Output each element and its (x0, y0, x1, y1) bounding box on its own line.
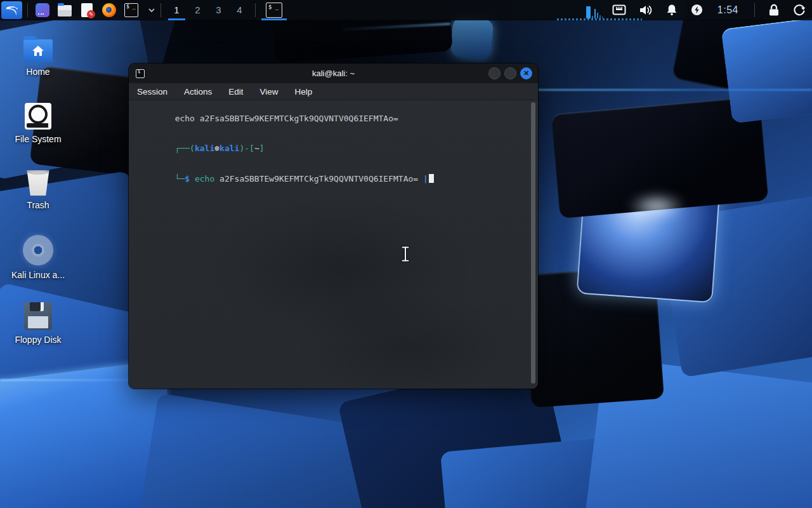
kali-menu-button[interactable] (1, 1, 22, 19)
system-load-graph[interactable] (586, 2, 603, 18)
terminal-content[interactable]: echo a2FsaSBBTEw9KEFMTCkgTk9QQVNTV0Q6IEF… (129, 100, 538, 389)
window-buttons: ✕ (488, 67, 532, 79)
home-folder-icon (23, 39, 53, 62)
terminal-task-icon (266, 3, 282, 18)
desktop-icon-label: Trash (27, 200, 49, 210)
desktop-icon-label: Floppy Disk (15, 335, 61, 345)
desktop-icon-floppy-disk[interactable]: Floppy Disk (5, 302, 71, 345)
prompt-user-host-separator: ⊛ (214, 144, 219, 153)
typed-argument: a2FsaSBBTEw9KEFMTCkgTk9QQVNTV0Q6IEFMTAo= (219, 174, 423, 184)
terminal-scrollbar[interactable] (531, 102, 535, 384)
workspace-2[interactable]: 2 (187, 0, 208, 20)
panel-separator (27, 3, 28, 17)
floppy-disk-icon (24, 302, 52, 330)
menu-actions[interactable]: Actions (184, 87, 212, 97)
desktop-icon-kali-cd[interactable]: Kali Linux a... (5, 235, 71, 280)
load-bar (599, 15, 601, 18)
prompt-user: kali (195, 144, 214, 153)
workspace-switcher: 1 2 3 4 (166, 0, 250, 20)
power-manager-icon[interactable] (691, 4, 703, 16)
typed-command: echo (195, 174, 219, 184)
window-titlebar[interactable]: kali@kali: ~ ✕ (129, 64, 538, 83)
load-bar (597, 13, 598, 18)
prompt-frame-bottom: └─ (175, 174, 185, 184)
maximize-button[interactable] (504, 67, 516, 79)
home-glyph-icon (31, 44, 45, 57)
prompt-host: kali (219, 144, 239, 153)
terminal-window: kali@kali: ~ ✕ Session Actions Edit View… (129, 64, 538, 389)
desktop-icon-label: Kali Linux a... (11, 270, 65, 280)
panel-separator (255, 3, 256, 17)
typed-pipe: | (423, 174, 428, 184)
desktop-icon-trash[interactable]: Trash (5, 169, 71, 210)
chevron-down-icon[interactable] (148, 8, 155, 13)
load-bar (586, 6, 591, 18)
terminal-cursor (429, 174, 434, 183)
wallpaper-glow (628, 194, 685, 219)
logout-icon[interactable] (793, 4, 806, 17)
terminal-launcher-icon[interactable] (124, 3, 138, 17)
minimize-button[interactable] (488, 67, 501, 79)
menu-session[interactable]: Session (137, 87, 167, 97)
text-editor-launcher-icon[interactable] (81, 3, 93, 17)
desktop-icon-label: File System (15, 134, 61, 144)
scrollback-text: echo a2FsaSBBTEw9KEFMTCkgTk9QQVNTV0Q6IEF… (175, 114, 398, 123)
panel-separator (754, 3, 755, 17)
workspace-4[interactable]: 4 (229, 0, 250, 20)
notifications-bell-icon[interactable] (666, 4, 678, 16)
network-icon[interactable] (612, 4, 626, 15)
prompt-line-bottom: └─$ echo a2FsaSBBTEw9KEFMTCkgTk9QQVNTV0Q… (135, 164, 538, 194)
cd-disc-icon (23, 235, 53, 265)
wallpaper-cube (450, 16, 494, 60)
desktop-icon-label: Home (26, 67, 49, 77)
dashboard-launcher-icon[interactable] (36, 3, 49, 17)
prompt-cwd: ~ (254, 144, 259, 153)
launcher-group (36, 3, 155, 17)
wallpaper-fine-print (557, 18, 642, 20)
window-title: kali@kali: ~ (129, 69, 538, 78)
taskbar-terminal-window[interactable] (261, 0, 287, 20)
window-menubar: Session Actions Edit View Help (129, 83, 538, 100)
desktop: 1 2 3 4 (0, 0, 812, 508)
ibeam-mouse-cursor (400, 245, 411, 265)
trash-bin-icon (26, 169, 50, 196)
panel-separator (160, 3, 161, 17)
top-panel: 1 2 3 4 (0, 0, 812, 20)
wallpaper-cube (721, 16, 812, 124)
close-button[interactable]: ✕ (520, 67, 532, 79)
menu-help[interactable]: Help (295, 87, 313, 97)
workspace-3[interactable]: 3 (208, 0, 229, 20)
menu-edit[interactable]: Edit (228, 87, 243, 97)
prompt-line-top: ┌──(kali⊛kali)-[~] (135, 133, 538, 163)
desktop-icon-home[interactable]: Home (5, 37, 71, 77)
panel-clock[interactable]: 1:54 (717, 4, 738, 16)
workspace-1[interactable]: 1 (166, 0, 187, 20)
prompt-symbol: $ (185, 174, 195, 184)
file-manager-launcher-icon[interactable] (58, 5, 72, 17)
prompt-frame-open: ┌──( (175, 144, 195, 153)
prompt-frame-close: ] (259, 144, 265, 153)
load-bar (592, 16, 593, 18)
wallpaper-glow (538, 89, 812, 91)
kali-logo-icon (5, 4, 19, 17)
desktop-icon-file-system[interactable]: File System (5, 103, 71, 144)
menu-view[interactable]: View (260, 87, 278, 97)
hard-drive-icon (25, 103, 51, 130)
system-tray: 1:54 (612, 3, 806, 17)
volume-icon[interactable] (639, 4, 653, 16)
lock-screen-icon[interactable] (768, 4, 780, 17)
firefox-launcher-icon[interactable] (102, 3, 116, 17)
prompt-frame-mid: )-[ (239, 144, 254, 153)
wallpaper-glow (0, 379, 134, 381)
load-bar (594, 9, 596, 18)
terminal-scrollback-line: echo a2FsaSBBTEw9KEFMTCkgTk9QQVNTV0Q6IEF… (135, 104, 538, 133)
